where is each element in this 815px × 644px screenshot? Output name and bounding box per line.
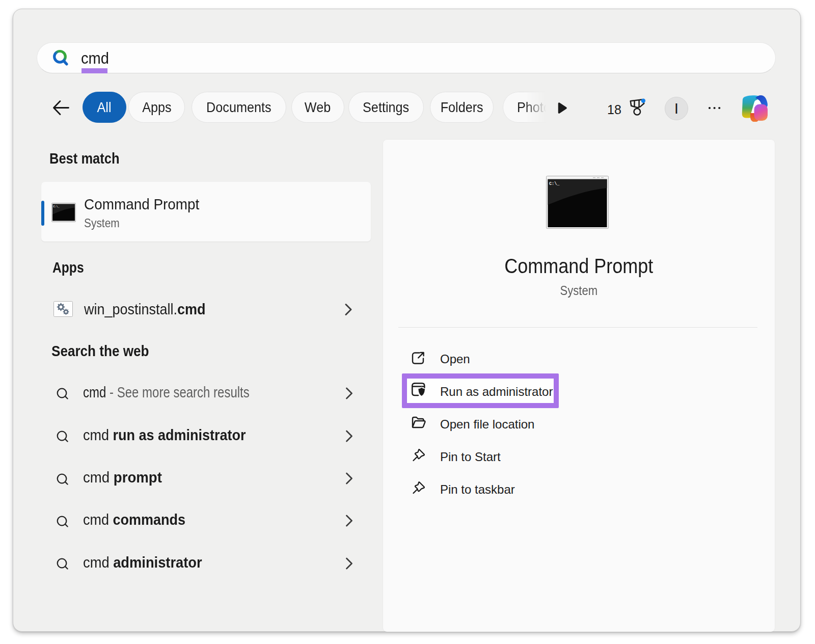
- svg-text:C:\_: C:\_: [53, 205, 60, 208]
- svg-text:C:\_: C:\_: [549, 181, 560, 186]
